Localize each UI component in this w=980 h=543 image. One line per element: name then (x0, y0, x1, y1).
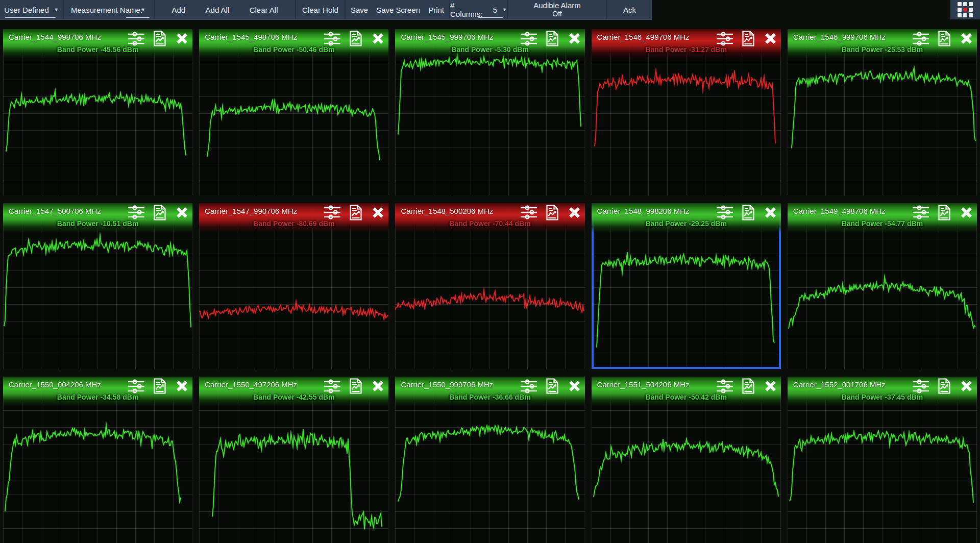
close-icon[interactable] (567, 205, 582, 220)
carrier-name: Carrier_1545_498706 MHz (205, 33, 297, 41)
carrier-name: Carrier_1550_497206 MHz (205, 380, 297, 389)
carrier-panel[interactable]: Carrier_1547_990706 MHz (199, 203, 388, 369)
carrier-panel[interactable]: Carrier_1546_999706 MHz (788, 29, 977, 195)
carrier-panel[interactable]: Carrier_1548_500206 MHz (395, 203, 584, 369)
panel-icon-group (324, 378, 385, 394)
columns-dropdown[interactable]: # Columns: 5 ▼ (450, 0, 508, 19)
settings-sliders-icon[interactable] (324, 205, 341, 220)
settings-sliders-icon[interactable] (520, 379, 537, 394)
close-icon[interactable] (763, 379, 778, 393)
report-icon[interactable] (153, 31, 166, 46)
report-icon[interactable] (546, 205, 559, 220)
settings-sliders-icon[interactable] (128, 31, 145, 46)
preset-dropdown[interactable]: User Defined ▼ (0, 0, 64, 19)
save-button[interactable]: Save (348, 6, 371, 14)
print-button[interactable]: Print (425, 6, 447, 14)
close-icon[interactable] (959, 31, 974, 46)
panel-icon-group (128, 378, 189, 394)
close-icon[interactable] (175, 379, 189, 393)
settings-sliders-icon[interactable] (128, 379, 145, 394)
settings-sliders-icon[interactable] (912, 31, 929, 46)
clear-hold-label: Clear Hold (302, 6, 338, 14)
audible-alarm-state: Off (552, 10, 561, 18)
close-icon[interactable] (567, 31, 582, 46)
report-icon[interactable] (742, 205, 755, 220)
carrier-panel[interactable]: Carrier_1550_999706 MHz (395, 377, 584, 543)
panel-icon-group (324, 205, 385, 220)
carrier-panel[interactable]: Carrier_1546_499706 MHz (592, 29, 781, 195)
carrier-panel[interactable]: Carrier_1551_504206 MHz (592, 377, 781, 543)
settings-sliders-icon[interactable] (520, 205, 537, 220)
clear-hold-button[interactable]: Clear Hold (296, 0, 346, 19)
settings-sliders-icon[interactable] (912, 205, 929, 220)
carrier-panel[interactable]: Carrier_1547_500706 MHz (3, 203, 192, 369)
clear-all-button[interactable]: Clear All (247, 6, 281, 14)
settings-sliders-icon[interactable] (324, 379, 341, 394)
report-icon[interactable] (938, 205, 951, 220)
ack-button[interactable]: Ack (607, 0, 652, 19)
settings-sliders-icon[interactable] (716, 205, 733, 220)
panel-icon-group (520, 205, 582, 220)
band-power-label: Band Power -5.30 dBm (395, 45, 584, 57)
band-power-label: Band Power -70.44 dBm (395, 219, 584, 231)
carrier-name: Carrier_1550_999706 MHz (401, 380, 493, 389)
carrier-panel[interactable]: Carrier_1548_998206 MHz (592, 203, 781, 369)
close-icon[interactable] (371, 31, 385, 46)
carrier-name: Carrier_1547_500706 MHz (9, 207, 101, 215)
settings-sliders-icon[interactable] (912, 379, 929, 394)
carrier-panel[interactable]: Carrier_1544_998706 MHz (3, 29, 192, 195)
panel-icon-group (716, 31, 778, 46)
carrier-grid: Carrier_1544_998706 MHz (3, 29, 977, 543)
preset-dropdown-label: User Defined (4, 6, 49, 14)
add-all-button[interactable]: Add All (203, 6, 233, 14)
panel-icon-group (128, 205, 189, 220)
close-icon[interactable] (763, 205, 778, 220)
band-power-label: Band Power -37.45 dBm (788, 393, 977, 404)
report-icon[interactable] (938, 378, 951, 394)
columns-value: 5 (493, 6, 497, 14)
report-icon[interactable] (153, 205, 166, 220)
report-icon[interactable] (742, 31, 755, 46)
carrier-panel[interactable]: Carrier_1549_498706 MHz (788, 203, 977, 369)
close-icon[interactable] (371, 205, 385, 220)
panel-icon-group (716, 378, 778, 394)
close-icon[interactable] (175, 205, 189, 220)
close-icon[interactable] (959, 205, 974, 220)
report-icon[interactable] (349, 378, 362, 394)
carrier-name: Carrier_1550_004206 MHz (9, 380, 101, 389)
measurement-name-label: Measurement Name: (71, 6, 142, 14)
carrier-panel[interactable]: Carrier_1552_001706 MHz (788, 377, 977, 543)
report-icon[interactable] (742, 378, 755, 394)
settings-sliders-icon[interactable] (716, 379, 733, 394)
carrier-name: Carrier_1544_998706 MHz (9, 33, 101, 41)
report-icon[interactable] (349, 205, 362, 220)
report-icon[interactable] (349, 31, 362, 46)
audible-alarm-toggle[interactable]: Audible Alarm Off (508, 0, 607, 19)
settings-sliders-icon[interactable] (716, 31, 733, 46)
close-icon[interactable] (567, 379, 582, 393)
save-screen-button[interactable]: Save Screen (373, 6, 423, 14)
layout-grid-button[interactable] (950, 0, 980, 19)
carrier-panel[interactable]: Carrier_1545_999706 MHz (395, 29, 584, 195)
report-icon[interactable] (546, 378, 559, 394)
measurement-name-dropdown[interactable]: Measurement Name: ▼ (64, 0, 155, 19)
carrier-panel[interactable]: Carrier_1545_498706 MHz (199, 29, 388, 195)
close-icon[interactable] (763, 31, 778, 46)
columns-underline (478, 17, 503, 18)
settings-sliders-icon[interactable] (520, 31, 537, 46)
report-icon[interactable] (938, 31, 951, 46)
settings-sliders-icon[interactable] (128, 205, 145, 220)
close-icon[interactable] (959, 379, 974, 393)
panel-icon-group (520, 31, 582, 46)
report-icon[interactable] (546, 31, 559, 46)
carrier-name: Carrier_1546_499706 MHz (597, 33, 690, 41)
report-icon[interactable] (153, 378, 166, 394)
close-icon[interactable] (175, 31, 189, 46)
settings-sliders-icon[interactable] (324, 31, 341, 46)
band-power-label: Band Power -54.77 dBm (788, 219, 977, 231)
carrier-panel[interactable]: Carrier_1550_497206 MHz (199, 377, 388, 543)
add-button[interactable]: Add (168, 6, 188, 14)
close-icon[interactable] (371, 379, 385, 393)
carrier-panel[interactable]: Carrier_1550_004206 MHz (3, 377, 192, 543)
carrier-name: Carrier_1547_990706 MHz (205, 207, 297, 215)
